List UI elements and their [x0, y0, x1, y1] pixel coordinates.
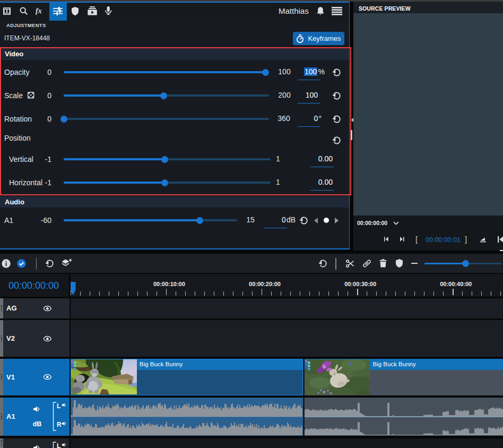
svg-text:fx: fx — [36, 7, 42, 15]
